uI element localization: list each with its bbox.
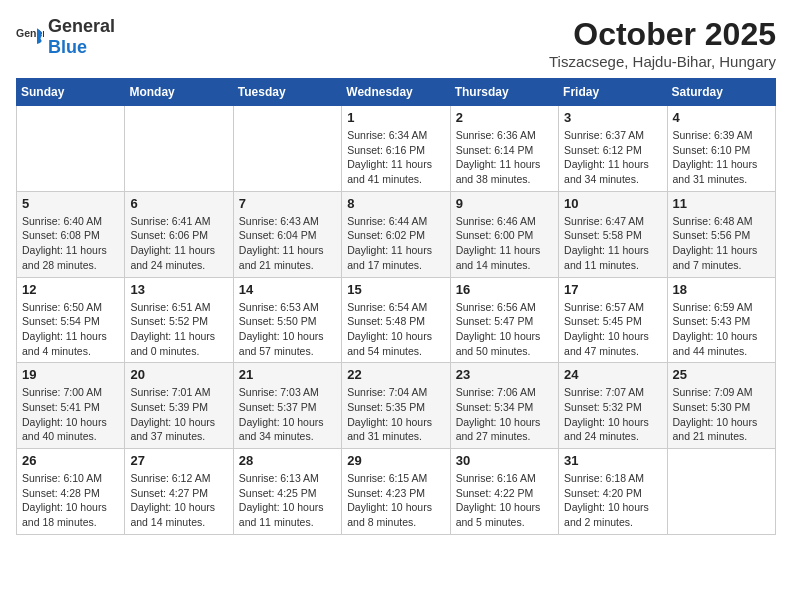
day-info: Sunrise: 6:40 AMSunset: 6:08 PMDaylight:… xyxy=(22,214,119,273)
table-row: 16Sunrise: 6:56 AMSunset: 5:47 PMDayligh… xyxy=(450,277,558,363)
day-number: 19 xyxy=(22,367,119,382)
table-row xyxy=(125,106,233,192)
logo-icon: General xyxy=(16,23,44,51)
calendar-week-row: 1Sunrise: 6:34 AMSunset: 6:16 PMDaylight… xyxy=(17,106,776,192)
day-info: Sunrise: 6:48 AMSunset: 5:56 PMDaylight:… xyxy=(673,214,770,273)
table-row xyxy=(667,449,775,535)
table-row xyxy=(233,106,341,192)
day-number: 20 xyxy=(130,367,227,382)
day-number: 11 xyxy=(673,196,770,211)
day-info: Sunrise: 7:00 AMSunset: 5:41 PMDaylight:… xyxy=(22,385,119,444)
table-row: 29Sunrise: 6:15 AMSunset: 4:23 PMDayligh… xyxy=(342,449,450,535)
month-title: October 2025 xyxy=(549,16,776,53)
calendar-header-row: Sunday Monday Tuesday Wednesday Thursday… xyxy=(17,79,776,106)
day-number: 24 xyxy=(564,367,661,382)
day-number: 23 xyxy=(456,367,553,382)
day-info: Sunrise: 6:50 AMSunset: 5:54 PMDaylight:… xyxy=(22,300,119,359)
day-info: Sunrise: 7:09 AMSunset: 5:30 PMDaylight:… xyxy=(673,385,770,444)
header-sunday: Sunday xyxy=(17,79,125,106)
day-number: 31 xyxy=(564,453,661,468)
header-thursday: Thursday xyxy=(450,79,558,106)
day-number: 25 xyxy=(673,367,770,382)
day-number: 12 xyxy=(22,282,119,297)
day-number: 29 xyxy=(347,453,444,468)
day-info: Sunrise: 6:36 AMSunset: 6:14 PMDaylight:… xyxy=(456,128,553,187)
day-number: 17 xyxy=(564,282,661,297)
day-info: Sunrise: 6:15 AMSunset: 4:23 PMDaylight:… xyxy=(347,471,444,530)
day-number: 27 xyxy=(130,453,227,468)
day-info: Sunrise: 6:59 AMSunset: 5:43 PMDaylight:… xyxy=(673,300,770,359)
logo-text-blue: Blue xyxy=(48,37,87,57)
day-number: 1 xyxy=(347,110,444,125)
logo-text-general: General xyxy=(48,16,115,36)
table-row: 28Sunrise: 6:13 AMSunset: 4:25 PMDayligh… xyxy=(233,449,341,535)
day-info: Sunrise: 7:04 AMSunset: 5:35 PMDaylight:… xyxy=(347,385,444,444)
calendar-week-row: 5Sunrise: 6:40 AMSunset: 6:08 PMDaylight… xyxy=(17,191,776,277)
day-info: Sunrise: 7:06 AMSunset: 5:34 PMDaylight:… xyxy=(456,385,553,444)
table-row: 14Sunrise: 6:53 AMSunset: 5:50 PMDayligh… xyxy=(233,277,341,363)
table-row: 26Sunrise: 6:10 AMSunset: 4:28 PMDayligh… xyxy=(17,449,125,535)
table-row: 23Sunrise: 7:06 AMSunset: 5:34 PMDayligh… xyxy=(450,363,558,449)
day-info: Sunrise: 6:16 AMSunset: 4:22 PMDaylight:… xyxy=(456,471,553,530)
table-row: 25Sunrise: 7:09 AMSunset: 5:30 PMDayligh… xyxy=(667,363,775,449)
table-row: 30Sunrise: 6:16 AMSunset: 4:22 PMDayligh… xyxy=(450,449,558,535)
day-number: 13 xyxy=(130,282,227,297)
day-info: Sunrise: 7:01 AMSunset: 5:39 PMDaylight:… xyxy=(130,385,227,444)
page-header: General General Blue October 2025 Tiszac… xyxy=(16,16,776,70)
table-row: 9Sunrise: 6:46 AMSunset: 6:00 PMDaylight… xyxy=(450,191,558,277)
day-info: Sunrise: 6:47 AMSunset: 5:58 PMDaylight:… xyxy=(564,214,661,273)
table-row: 3Sunrise: 6:37 AMSunset: 6:12 PMDaylight… xyxy=(559,106,667,192)
day-info: Sunrise: 6:10 AMSunset: 4:28 PMDaylight:… xyxy=(22,471,119,530)
calendar-week-row: 26Sunrise: 6:10 AMSunset: 4:28 PMDayligh… xyxy=(17,449,776,535)
header-friday: Friday xyxy=(559,79,667,106)
logo: General General Blue xyxy=(16,16,115,58)
table-row: 17Sunrise: 6:57 AMSunset: 5:45 PMDayligh… xyxy=(559,277,667,363)
header-tuesday: Tuesday xyxy=(233,79,341,106)
day-number: 22 xyxy=(347,367,444,382)
day-info: Sunrise: 7:07 AMSunset: 5:32 PMDaylight:… xyxy=(564,385,661,444)
day-info: Sunrise: 6:44 AMSunset: 6:02 PMDaylight:… xyxy=(347,214,444,273)
day-number: 14 xyxy=(239,282,336,297)
table-row: 12Sunrise: 6:50 AMSunset: 5:54 PMDayligh… xyxy=(17,277,125,363)
header-saturday: Saturday xyxy=(667,79,775,106)
day-info: Sunrise: 6:18 AMSunset: 4:20 PMDaylight:… xyxy=(564,471,661,530)
day-number: 16 xyxy=(456,282,553,297)
calendar-week-row: 19Sunrise: 7:00 AMSunset: 5:41 PMDayligh… xyxy=(17,363,776,449)
calendar: Sunday Monday Tuesday Wednesday Thursday… xyxy=(16,78,776,535)
table-row: 21Sunrise: 7:03 AMSunset: 5:37 PMDayligh… xyxy=(233,363,341,449)
location-title: Tiszacsege, Hajdu-Bihar, Hungary xyxy=(549,53,776,70)
day-number: 9 xyxy=(456,196,553,211)
day-number: 8 xyxy=(347,196,444,211)
day-number: 21 xyxy=(239,367,336,382)
table-row: 6Sunrise: 6:41 AMSunset: 6:06 PMDaylight… xyxy=(125,191,233,277)
day-info: Sunrise: 6:41 AMSunset: 6:06 PMDaylight:… xyxy=(130,214,227,273)
day-info: Sunrise: 6:53 AMSunset: 5:50 PMDaylight:… xyxy=(239,300,336,359)
table-row: 31Sunrise: 6:18 AMSunset: 4:20 PMDayligh… xyxy=(559,449,667,535)
day-number: 5 xyxy=(22,196,119,211)
day-number: 18 xyxy=(673,282,770,297)
day-number: 10 xyxy=(564,196,661,211)
day-info: Sunrise: 6:57 AMSunset: 5:45 PMDaylight:… xyxy=(564,300,661,359)
day-info: Sunrise: 6:12 AMSunset: 4:27 PMDaylight:… xyxy=(130,471,227,530)
day-info: Sunrise: 7:03 AMSunset: 5:37 PMDaylight:… xyxy=(239,385,336,444)
table-row: 18Sunrise: 6:59 AMSunset: 5:43 PMDayligh… xyxy=(667,277,775,363)
day-info: Sunrise: 6:46 AMSunset: 6:00 PMDaylight:… xyxy=(456,214,553,273)
table-row: 4Sunrise: 6:39 AMSunset: 6:10 PMDaylight… xyxy=(667,106,775,192)
day-number: 26 xyxy=(22,453,119,468)
table-row: 10Sunrise: 6:47 AMSunset: 5:58 PMDayligh… xyxy=(559,191,667,277)
day-number: 15 xyxy=(347,282,444,297)
table-row: 2Sunrise: 6:36 AMSunset: 6:14 PMDaylight… xyxy=(450,106,558,192)
day-info: Sunrise: 6:56 AMSunset: 5:47 PMDaylight:… xyxy=(456,300,553,359)
day-info: Sunrise: 6:37 AMSunset: 6:12 PMDaylight:… xyxy=(564,128,661,187)
header-monday: Monday xyxy=(125,79,233,106)
day-number: 2 xyxy=(456,110,553,125)
day-number: 3 xyxy=(564,110,661,125)
day-info: Sunrise: 6:43 AMSunset: 6:04 PMDaylight:… xyxy=(239,214,336,273)
table-row xyxy=(17,106,125,192)
day-info: Sunrise: 6:54 AMSunset: 5:48 PMDaylight:… xyxy=(347,300,444,359)
table-row: 22Sunrise: 7:04 AMSunset: 5:35 PMDayligh… xyxy=(342,363,450,449)
day-number: 4 xyxy=(673,110,770,125)
day-number: 6 xyxy=(130,196,227,211)
day-info: Sunrise: 6:34 AMSunset: 6:16 PMDaylight:… xyxy=(347,128,444,187)
day-number: 30 xyxy=(456,453,553,468)
